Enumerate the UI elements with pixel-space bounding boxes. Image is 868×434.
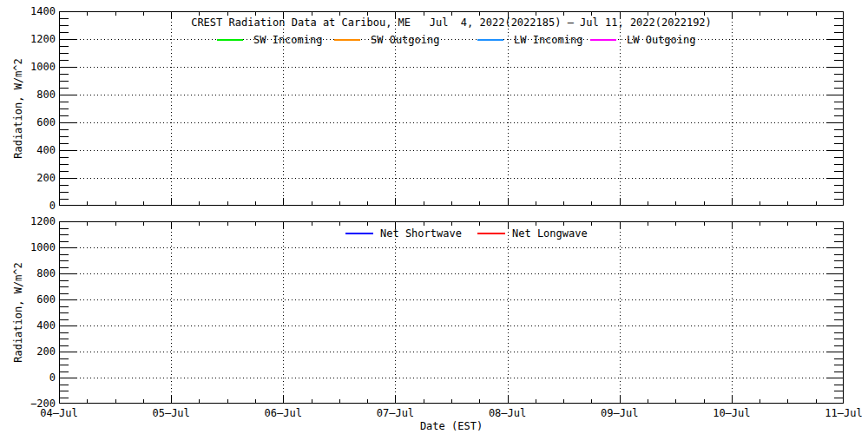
plot-border: [60, 222, 844, 404]
y-tick-label: 800: [16, 89, 56, 101]
legend-line-lw-incoming: [477, 39, 503, 41]
y-tick-label: 1400: [16, 5, 56, 17]
axis-ticks: [59, 11, 844, 206]
y-tick-label: 1000: [16, 241, 56, 253]
x-axis-label: Date (EST): [365, 420, 538, 432]
plot-panel-radiation-components: [59, 11, 844, 206]
x-tick-label: 08—Jul: [485, 407, 530, 419]
legend-line-sw-incoming: [217, 39, 243, 41]
axis-ticks: [59, 221, 844, 404]
y-tick-label: 200: [16, 172, 56, 184]
plot-border: [60, 12, 844, 206]
legend-line-sw-outgoing: [334, 39, 360, 41]
legend-label-lw-outgoing: LW Outgoing: [627, 34, 695, 46]
legend-label-net-shortwave: Net Shortwave: [380, 227, 462, 240]
y-tick-label: 0: [16, 200, 56, 212]
radiation-chart-page: CREST Radiation Data at Caribou, ME Jul …: [0, 0, 868, 434]
y-tick-label: 1200: [16, 215, 56, 227]
x-tick-label: 04—Jul: [36, 407, 82, 419]
x-tick-label: 11—Jul: [821, 407, 866, 419]
legend-label-sw-incoming: SW Incoming: [253, 34, 322, 46]
plot-panel-net-radiation: [59, 221, 844, 404]
y-tick-label: 200: [16, 345, 56, 358]
x-tick-label: 05—Jul: [148, 407, 194, 419]
legend-line-net-shortwave: [345, 233, 373, 234]
plot-frame: [59, 221, 844, 404]
y-tick-label: 0: [16, 372, 56, 384]
y-tick-label: 400: [16, 319, 56, 332]
x-tick-label: 07—Jul: [372, 407, 418, 419]
dotted-gridlines: [59, 221, 844, 404]
plot-frame: [59, 11, 844, 206]
y-tick-label: 600: [16, 293, 56, 306]
y-tick-label: 1000: [16, 61, 56, 73]
legend-label-net-longwave: Net Longwave: [512, 227, 588, 240]
y-tick-label: 600: [16, 116, 56, 128]
y-tick-label: 800: [16, 267, 56, 279]
legend-line-net-longwave: [477, 233, 505, 234]
legend-label-lw-incoming: LW Incoming: [514, 34, 582, 46]
x-tick-label: 10—Jul: [709, 407, 754, 419]
dotted-gridlines: [59, 11, 844, 206]
x-tick-label: 09—Jul: [597, 407, 642, 419]
y-tick-label: 400: [16, 144, 56, 156]
x-tick-label: 06—Jul: [260, 407, 306, 419]
legend-line-lw-outgoing: [590, 39, 616, 41]
legend-label-sw-outgoing: SW Outgoing: [371, 34, 439, 46]
y-tick-label: 1200: [16, 33, 56, 45]
